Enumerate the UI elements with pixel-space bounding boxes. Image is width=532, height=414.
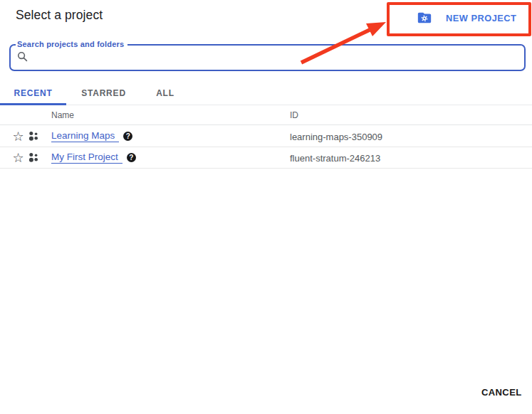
- tab-all[interactable]: ALL: [141, 82, 189, 105]
- help-icon[interactable]: ?: [123, 132, 132, 141]
- table-row[interactable]: ☆ My First Project ? fluent-stratum-2462…: [0, 147, 532, 169]
- page-title: Select a project: [16, 8, 103, 23]
- new-project-button[interactable]: NEW PROJECT: [417, 7, 516, 28]
- search-field: Search projects and folders: [9, 40, 526, 71]
- tab-recent-label: RECENT: [14, 88, 52, 98]
- project-link[interactable]: My First Project: [51, 152, 122, 164]
- tab-all-label: ALL: [156, 88, 174, 98]
- project-id: fluent-stratum-246213: [290, 153, 380, 164]
- tab-starred-label: STARRED: [81, 88, 126, 98]
- tab-starred[interactable]: STARRED: [66, 82, 141, 105]
- column-header-id: ID: [290, 110, 298, 120]
- project-icon: [28, 130, 40, 142]
- table-row[interactable]: ☆ Learning Maps ? learning-maps-350909: [0, 126, 532, 147]
- star-icon[interactable]: ☆: [12, 130, 24, 143]
- project-id: learning-maps-350909: [290, 132, 382, 142]
- tab-bar: RECENT STARRED ALL: [0, 82, 532, 105]
- new-project-label: NEW PROJECT: [446, 13, 516, 23]
- star-icon[interactable]: ☆: [12, 152, 24, 164]
- tab-recent[interactable]: RECENT: [0, 82, 66, 105]
- new-project-folder-gear-icon: [417, 10, 432, 26]
- search-icon: [17, 51, 28, 62]
- help-icon[interactable]: ?: [127, 153, 136, 162]
- project-icon: [28, 152, 40, 164]
- table-header: Name ID: [0, 105, 532, 125]
- cancel-button[interactable]: CANCEL: [479, 386, 525, 399]
- project-link[interactable]: Learning Maps: [51, 130, 119, 142]
- project-picker-dialog: Select a project NEW PROJECT Search proj…: [0, 0, 532, 414]
- search-input[interactable]: [33, 48, 524, 64]
- column-header-name: Name: [51, 110, 74, 120]
